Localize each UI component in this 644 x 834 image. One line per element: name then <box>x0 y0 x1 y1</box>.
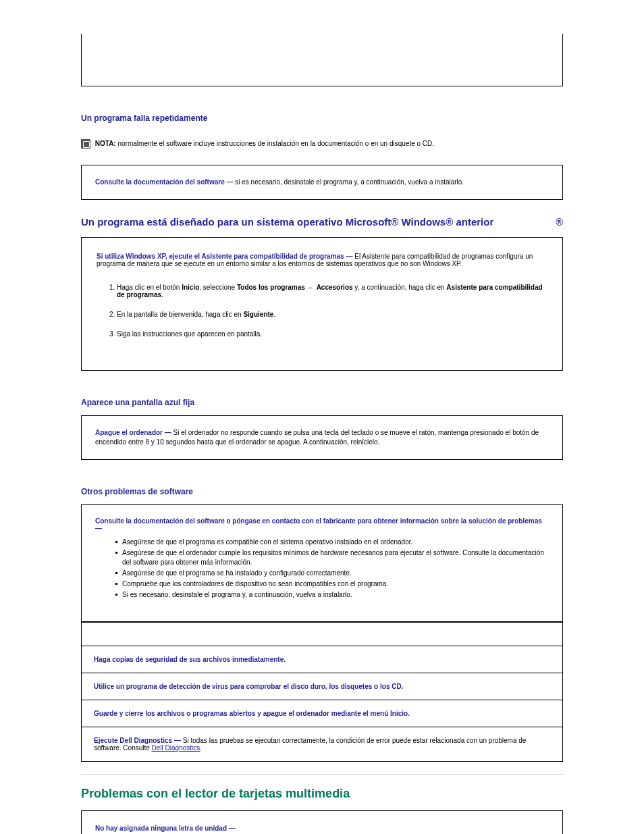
stack-r4c: . <box>200 744 202 752</box>
ol-li-2: En la pantalla de bienvenida, haga clic … <box>117 311 547 318</box>
big-head-older-os: Un programa está diseñado para un sistem… <box>81 216 563 228</box>
boxopen-dash: — <box>229 825 236 832</box>
multi-lead: Consulte la documentación del software o… <box>95 517 549 532</box>
note-label: NOTA: <box>95 140 116 147</box>
multi-li-e: Si es necesario, desinstale el programa … <box>115 590 549 600</box>
top-empty-box <box>81 34 563 86</box>
section-head-blue-screen: Aparece una pantalla azul fija <box>81 398 563 407</box>
big-head-text: Un programa está diseñado para un sistem… <box>81 216 493 228</box>
dell-diagnostics-link[interactable]: Dell Diagnostics <box>152 744 200 752</box>
li2a: En la pantalla de bienvenida, haga clic … <box>117 311 242 318</box>
stack-blank <box>81 622 563 646</box>
box1-text: si es necesario, desinstale el programa … <box>235 178 464 186</box>
li1b: Inicio <box>182 284 199 291</box>
ol-li-1: Haga clic en el botón Inicio, seleccione… <box>117 284 547 298</box>
stack-r2: Utilice un programa de detección de viru… <box>81 673 563 700</box>
note-icon <box>81 139 90 149</box>
li1h: . <box>161 291 163 298</box>
li2b: Siguiente <box>243 311 273 318</box>
stack-r3: Guarde y cierre los archivos o programas… <box>81 700 563 727</box>
right-reg: ® <box>556 216 563 228</box>
stack-r3b: Inicio. <box>390 710 410 717</box>
box-no-drive-letter: No hay asignada ninguna letra de unidad … <box>81 810 563 834</box>
li1d: Todos los programas <box>237 284 305 291</box>
multi-li-b: Asegúrese de que el ordenador cumple los… <box>115 548 549 567</box>
multi-li-c: Asegúrese de que el programa se ha insta… <box>115 569 549 578</box>
arrow-icon: → <box>306 284 313 291</box>
note-line: NOTA: normalmente el software incluye in… <box>81 139 563 149</box>
horizontal-rule <box>81 774 563 775</box>
ol-li-3: Siga las instrucciones que aparecen en p… <box>117 330 547 338</box>
li2c: . <box>273 311 275 318</box>
li1f: y, a continuación, haga clic en <box>354 284 444 291</box>
box-consulte-doc: Consulte la documentación del software —… <box>81 165 563 200</box>
li1c: , seleccione <box>199 284 235 291</box>
li1a: Haga clic en el botón <box>117 284 180 291</box>
olbox-lead: Si utiliza Windows XP, ejecute el Asiste… <box>97 253 352 260</box>
note-text: normalmente el software incluye instrucc… <box>117 140 434 147</box>
multi-li-a: Asegúrese de que el programa es compatib… <box>115 538 549 547</box>
box-multi-troubleshoot: Consulte la documentación del software o… <box>81 504 563 622</box>
stack-r4: Ejecute Dell Diagnostics — Si todas las … <box>81 727 563 762</box>
box1-lead: Consulte la documentación del software — <box>95 178 233 186</box>
boxopen-lead: No hay asignada ninguna letra de unidad <box>95 825 227 832</box>
stack-r1: Haga copias de seguridad de sus archivos… <box>81 646 563 673</box>
ol-box-compat-wizard: Si utiliza Windows XP, ejecute el Asiste… <box>81 237 563 371</box>
stack-borders: Haga copias de seguridad de sus archivos… <box>81 622 563 762</box>
stack-r4a: Ejecute Dell Diagnostics — <box>94 737 181 744</box>
section-head-program-fails: Un programa falla repetidamente <box>81 113 563 123</box>
multi-li-d: Compruebe que los controladores de dispo… <box>115 579 549 589</box>
h2-media-card-reader: Problemas con el lector de tarjetas mult… <box>81 787 563 801</box>
li1e: Accesorios <box>317 284 353 291</box>
section-head-other-sw: Otros problemas de software <box>81 487 563 496</box>
box-azul-lead: Apague el ordenador — <box>95 429 171 436</box>
stack-r3a: Guarde y cierre los archivos o programas… <box>94 710 388 717</box>
box-apague: Apague el ordenador — Si el ordenador no… <box>81 415 563 460</box>
